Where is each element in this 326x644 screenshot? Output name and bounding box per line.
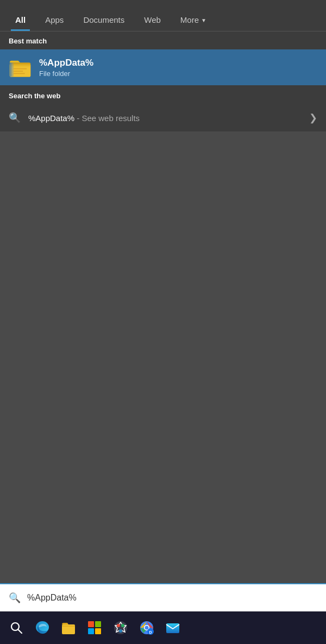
best-match-subtitle: File folder	[39, 70, 93, 78]
svg-rect-15	[88, 628, 94, 634]
tab-documents-label: Documents	[83, 15, 124, 24]
tab-apps-label: Apps	[45, 15, 64, 24]
svg-rect-4	[14, 71, 23, 72]
search-bar-area[interactable]: 🔍 %AppData%	[0, 583, 326, 611]
web-result-item[interactable]: 🔍 %AppData% - See web results ❯	[0, 104, 326, 131]
taskbar: D	[0, 611, 326, 644]
taskbar-search-button[interactable]	[4, 616, 28, 640]
svg-rect-13	[88, 621, 94, 627]
svg-point-19	[121, 624, 124, 627]
svg-rect-3	[14, 68, 27, 70]
web-search-section-label: Search the web	[0, 85, 326, 104]
svg-point-20	[119, 629, 122, 633]
svg-text:D: D	[149, 630, 152, 634]
svg-rect-14	[95, 621, 101, 627]
taskbar-mail-button[interactable]	[161, 616, 185, 640]
taskbar-paint-button[interactable]	[109, 616, 133, 640]
tab-web-label: Web	[144, 15, 161, 24]
search-bar-icon: 🔍	[9, 592, 21, 604]
chevron-down-icon: ▼	[201, 17, 206, 23]
taskbar-store-button[interactable]	[83, 616, 106, 640]
web-search-label-text: Search the web	[9, 92, 60, 100]
taskbar-file-explorer-button[interactable]	[57, 616, 80, 640]
web-result-left: 🔍 %AppData% - See web results	[9, 112, 140, 124]
taskbar-chrome-button[interactable]: D	[135, 616, 159, 640]
svg-rect-5	[14, 73, 25, 74]
tab-bar: All Apps Documents Web More ▼	[0, 0, 326, 31]
best-match-label-text: Best match	[9, 37, 47, 45]
svg-point-25	[145, 626, 149, 630]
svg-rect-16	[95, 628, 101, 634]
web-search-icon: 🔍	[9, 112, 21, 124]
best-match-item[interactable]: %AppData% File folder	[0, 49, 326, 85]
svg-rect-7	[10, 62, 12, 77]
tab-all-label: All	[15, 15, 26, 24]
svg-point-18	[117, 624, 120, 627]
tab-documents[interactable]: Documents	[73, 0, 134, 31]
tab-all[interactable]: All	[5, 0, 35, 31]
svg-line-9	[18, 630, 22, 634]
search-bar-text: %AppData%	[27, 593, 77, 603]
best-match-title: %AppData%	[39, 58, 93, 68]
tab-more[interactable]: More ▼	[171, 0, 216, 31]
search-panel: All Apps Documents Web More ▼ Best match	[0, 0, 326, 611]
content-area	[0, 131, 326, 583]
best-match-text-block: %AppData% File folder	[39, 58, 93, 78]
web-result-text: %AppData% - See web results	[28, 113, 140, 123]
folder-icon	[9, 56, 32, 79]
tab-web[interactable]: Web	[134, 0, 171, 31]
web-query-text: %AppData%	[28, 113, 74, 123]
best-match-section-label: Best match	[0, 31, 326, 49]
svg-rect-12	[62, 626, 75, 627]
web-query-suffix: - See web results	[74, 113, 140, 123]
tab-apps[interactable]: Apps	[35, 0, 73, 31]
tab-more-label: More	[180, 15, 199, 24]
chevron-right-icon: ❯	[309, 112, 317, 124]
taskbar-edge-button[interactable]	[30, 616, 54, 640]
